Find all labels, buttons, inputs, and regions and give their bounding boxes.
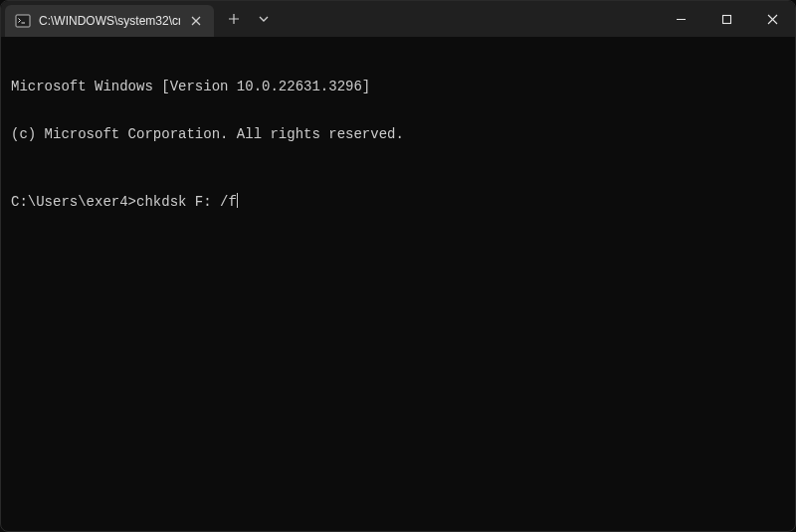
terminal-output-line: (c) Microsoft Corporation. All rights re… [11, 126, 785, 142]
tabs-area: C:\WINDOWS\system32\cmd. [1, 1, 278, 37]
terminal-prompt: C:\Users\exer4> [11, 194, 136, 210]
cmd-icon [15, 13, 31, 29]
tab-active[interactable]: C:\WINDOWS\system32\cmd. [5, 5, 214, 37]
terminal-cursor [237, 193, 238, 208]
tab-close-button[interactable] [188, 13, 204, 29]
tab-dropdown-button[interactable] [250, 5, 278, 33]
terminal-prompt-line: C:\Users\exer4>chkdsk F: /f [11, 191, 785, 210]
tab-title: C:\WINDOWS\system32\cmd. [39, 14, 180, 28]
maximize-button[interactable] [703, 1, 749, 37]
svg-rect-7 [722, 15, 730, 23]
tab-actions [220, 1, 278, 37]
svg-rect-0 [16, 15, 30, 27]
terminal-output-line: Microsoft Windows [Version 10.0.22631.32… [11, 79, 785, 94]
close-window-button[interactable] [749, 1, 795, 37]
terminal-command-input[interactable]: chkdsk F: /f [136, 194, 237, 210]
terminal-body[interactable]: Microsoft Windows [Version 10.0.22631.32… [1, 37, 795, 236]
minimize-button[interactable] [658, 1, 703, 37]
new-tab-button[interactable] [220, 5, 248, 33]
window-controls [658, 1, 795, 37]
window-titlebar: C:\WINDOWS\system32\cmd. [1, 1, 795, 37]
